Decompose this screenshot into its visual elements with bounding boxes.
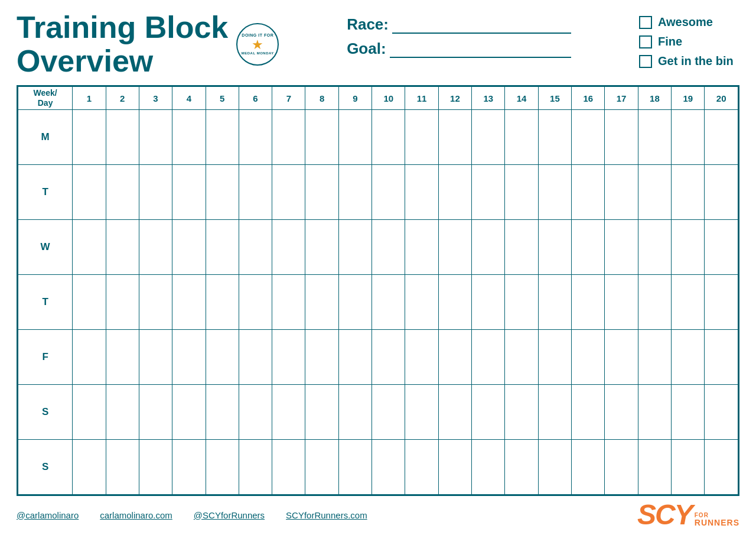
data-cell-2-9[interactable]: [372, 219, 405, 274]
data-cell-3-7[interactable]: [305, 274, 338, 329]
data-cell-3-0[interactable]: [73, 274, 106, 329]
data-cell-0-2[interactable]: [139, 109, 172, 164]
data-cell-6-7[interactable]: [305, 439, 338, 494]
data-cell-0-4[interactable]: [206, 109, 239, 164]
data-cell-5-7[interactable]: [305, 384, 338, 439]
data-cell-6-18[interactable]: [672, 439, 705, 494]
data-cell-6-6[interactable]: [272, 439, 305, 494]
data-cell-1-15[interactable]: [572, 164, 605, 219]
data-cell-0-17[interactable]: [638, 109, 671, 164]
data-cell-5-0[interactable]: [73, 384, 106, 439]
data-cell-6-5[interactable]: [239, 439, 272, 494]
data-cell-5-10[interactable]: [405, 384, 438, 439]
data-cell-4-10[interactable]: [405, 329, 438, 384]
data-cell-1-16[interactable]: [605, 164, 638, 219]
data-cell-3-5[interactable]: [239, 274, 272, 329]
data-cell-2-7[interactable]: [305, 219, 338, 274]
data-cell-5-19[interactable]: [705, 384, 738, 439]
data-cell-3-8[interactable]: [338, 274, 372, 329]
data-cell-3-16[interactable]: [605, 274, 638, 329]
data-cell-4-5[interactable]: [239, 329, 272, 384]
data-cell-2-1[interactable]: [106, 219, 139, 274]
data-cell-4-14[interactable]: [538, 329, 571, 384]
footer-link-scy-website[interactable]: SCYforRunners.com: [286, 510, 367, 520]
data-cell-3-10[interactable]: [405, 274, 438, 329]
data-cell-1-6[interactable]: [272, 164, 305, 219]
data-cell-4-18[interactable]: [672, 329, 705, 384]
data-cell-5-8[interactable]: [338, 384, 372, 439]
data-cell-2-15[interactable]: [572, 219, 605, 274]
data-cell-1-11[interactable]: [438, 164, 471, 219]
data-cell-6-16[interactable]: [605, 439, 638, 494]
data-cell-4-4[interactable]: [206, 329, 239, 384]
data-cell-2-17[interactable]: [638, 219, 671, 274]
data-cell-2-10[interactable]: [405, 219, 438, 274]
data-cell-5-11[interactable]: [438, 384, 471, 439]
data-cell-2-12[interactable]: [472, 219, 505, 274]
data-cell-5-16[interactable]: [605, 384, 638, 439]
data-cell-4-7[interactable]: [305, 329, 338, 384]
data-cell-4-15[interactable]: [572, 329, 605, 384]
data-cell-0-6[interactable]: [272, 109, 305, 164]
checkbox-fine[interactable]: [639, 35, 652, 48]
data-cell-4-8[interactable]: [338, 329, 372, 384]
data-cell-2-5[interactable]: [239, 219, 272, 274]
data-cell-0-0[interactable]: [73, 109, 106, 164]
data-cell-5-3[interactable]: [172, 384, 206, 439]
data-cell-5-4[interactable]: [206, 384, 239, 439]
goal-input-line[interactable]: [390, 41, 572, 58]
data-cell-4-16[interactable]: [605, 329, 638, 384]
data-cell-2-14[interactable]: [538, 219, 571, 274]
data-cell-4-6[interactable]: [272, 329, 305, 384]
footer-link-scy-instagram[interactable]: @SCYforRunners: [194, 510, 265, 520]
data-cell-1-14[interactable]: [538, 164, 571, 219]
data-cell-0-18[interactable]: [672, 109, 705, 164]
data-cell-1-5[interactable]: [239, 164, 272, 219]
data-cell-1-18[interactable]: [672, 164, 705, 219]
data-cell-5-9[interactable]: [372, 384, 405, 439]
data-cell-0-9[interactable]: [372, 109, 405, 164]
data-cell-6-12[interactable]: [472, 439, 505, 494]
data-cell-5-18[interactable]: [672, 384, 705, 439]
data-cell-0-5[interactable]: [239, 109, 272, 164]
data-cell-3-18[interactable]: [672, 274, 705, 329]
data-cell-0-8[interactable]: [338, 109, 372, 164]
data-cell-6-11[interactable]: [438, 439, 471, 494]
data-cell-4-11[interactable]: [438, 329, 471, 384]
data-cell-3-14[interactable]: [538, 274, 571, 329]
data-cell-1-9[interactable]: [372, 164, 405, 219]
data-cell-3-15[interactable]: [572, 274, 605, 329]
data-cell-2-4[interactable]: [206, 219, 239, 274]
checkbox-bin[interactable]: [639, 55, 652, 68]
data-cell-0-1[interactable]: [106, 109, 139, 164]
data-cell-1-19[interactable]: [705, 164, 738, 219]
data-cell-3-9[interactable]: [372, 274, 405, 329]
data-cell-6-13[interactable]: [505, 439, 538, 494]
data-cell-1-17[interactable]: [638, 164, 671, 219]
checkbox-awesome[interactable]: [639, 16, 652, 29]
data-cell-4-0[interactable]: [73, 329, 106, 384]
data-cell-6-1[interactable]: [106, 439, 139, 494]
data-cell-0-11[interactable]: [438, 109, 471, 164]
data-cell-5-2[interactable]: [139, 384, 172, 439]
data-cell-0-15[interactable]: [572, 109, 605, 164]
data-cell-1-2[interactable]: [139, 164, 172, 219]
data-cell-3-13[interactable]: [505, 274, 538, 329]
data-cell-2-0[interactable]: [73, 219, 106, 274]
data-cell-4-19[interactable]: [705, 329, 738, 384]
data-cell-2-16[interactable]: [605, 219, 638, 274]
data-cell-1-1[interactable]: [106, 164, 139, 219]
data-cell-6-4[interactable]: [206, 439, 239, 494]
data-cell-6-17[interactable]: [638, 439, 671, 494]
data-cell-0-19[interactable]: [705, 109, 738, 164]
data-cell-6-2[interactable]: [139, 439, 172, 494]
data-cell-4-2[interactable]: [139, 329, 172, 384]
data-cell-0-14[interactable]: [538, 109, 571, 164]
data-cell-6-15[interactable]: [572, 439, 605, 494]
data-cell-2-2[interactable]: [139, 219, 172, 274]
footer-link-website[interactable]: carlamolinaro.com: [100, 510, 172, 520]
data-cell-1-8[interactable]: [338, 164, 372, 219]
footer-link-instagram[interactable]: @carlamolinaro: [17, 510, 79, 520]
data-cell-6-14[interactable]: [538, 439, 571, 494]
data-cell-4-17[interactable]: [638, 329, 671, 384]
